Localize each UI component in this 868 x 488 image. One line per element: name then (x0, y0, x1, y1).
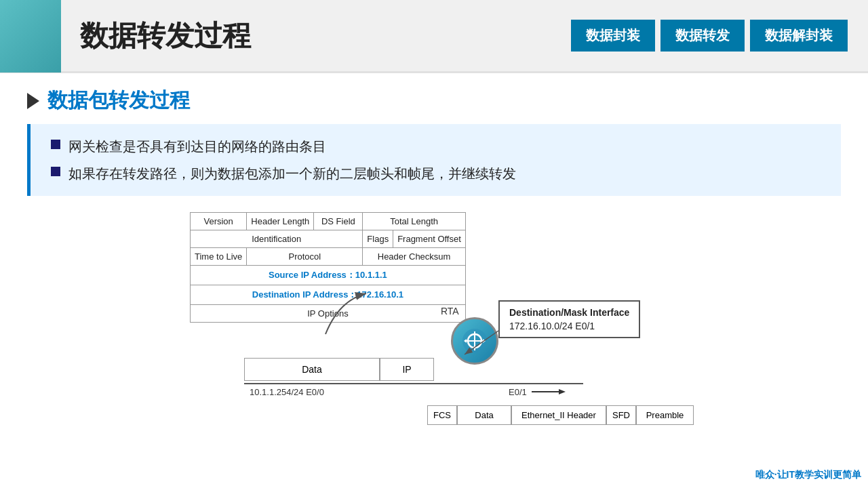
page-title: 数据转发过程 (80, 17, 571, 55)
eth-cell-sfd: SFD (606, 405, 636, 425)
data-cell-data: Data (244, 358, 380, 381)
watermark: 唯众·让IT教学实训更简单 (755, 469, 861, 481)
cell-ttl: Time to Live (191, 248, 247, 266)
data-cell-ip: IP (380, 358, 434, 381)
iface-right-label: E0/1 (509, 387, 566, 399)
btn-data-encapsulation[interactable]: 数据封装 (571, 20, 655, 52)
diagram: Version Header Length DS Field Total Len… (34, 212, 841, 422)
header-buttons: 数据封装 数据转发 数据解封装 (571, 20, 848, 52)
cell-ds-field: DS Field (314, 213, 363, 230)
section-title-row: 数据包转发过程 (27, 87, 841, 115)
bullet-item-1: 网关检查是否具有到达目的网络的路由条目 (51, 136, 821, 157)
horizontal-line (244, 383, 583, 384)
triangle-bullet (27, 93, 39, 109)
cell-version: Version (191, 213, 247, 230)
watermark-text: 唯众·让IT教学实训更简单 (755, 469, 861, 480)
svg-marker-2 (559, 389, 566, 394)
eth-cell-eth-header: Ethernet_II Header (511, 405, 606, 425)
cell-header-checksum: Header Checksum (363, 248, 465, 266)
btn-data-decapsulation[interactable]: 数据解封装 (750, 20, 848, 52)
rta-label: RTA (441, 306, 459, 317)
data-ip-row: Data IP (244, 358, 434, 381)
cell-total-length: Total Length (363, 213, 465, 230)
eth-cell-fcs: FCS (427, 405, 457, 425)
eth-cell-data: Data (457, 405, 511, 425)
cell-src-ip: Source IP Address：10.1.1.1 (191, 266, 466, 285)
routing-to-router-arrow (451, 327, 505, 361)
main-content: 数据包转发过程 网关检查是否具有到达目的网络的路由条目 如果存在转发路径，则为数… (0, 73, 868, 429)
cell-fragment-offset: Fragment Offset (393, 230, 466, 248)
arrow-to-routing (298, 287, 380, 341)
router-label: ROUTER (451, 366, 498, 374)
iface-left-label: 10.1.1.254/24 E0/0 (250, 387, 324, 397)
header-accent (0, 0, 61, 73)
header: 数据转发过程 数据封装 数据转发 数据解封装 (0, 0, 868, 73)
cell-flags: Flags (363, 230, 393, 248)
btn-data-forward[interactable]: 数据转发 (660, 20, 745, 52)
routing-row: 172.16.10.0/24 E0/1 (509, 321, 629, 331)
square-bullet-1 (51, 140, 60, 149)
routing-title: Destination/Mask Interface (509, 307, 629, 318)
content-box: 网关检查是否具有到达目的网络的路由条目 如果存在转发路径，则为数据包添加一个新的… (27, 124, 841, 196)
ethernet-frame-row: FCS Data Ethernet_II Header SFD Preamble (427, 405, 694, 425)
section-title: 数据包转发过程 (47, 87, 190, 115)
right-arrow-icon (532, 387, 566, 399)
cell-protocol: Protocol (247, 248, 363, 266)
cell-header-length: Header Length (247, 213, 314, 230)
eth-cell-preamble: Preamble (636, 405, 694, 425)
cell-identification: Identification (191, 230, 363, 248)
bullet-item-2: 如果存在转发路径，则为数据包添加一个新的二层帧头和帧尾，并继续转发 (51, 163, 821, 184)
square-bullet-2 (51, 167, 60, 176)
routing-table: Destination/Mask Interface 172.16.10.0/2… (498, 300, 640, 338)
